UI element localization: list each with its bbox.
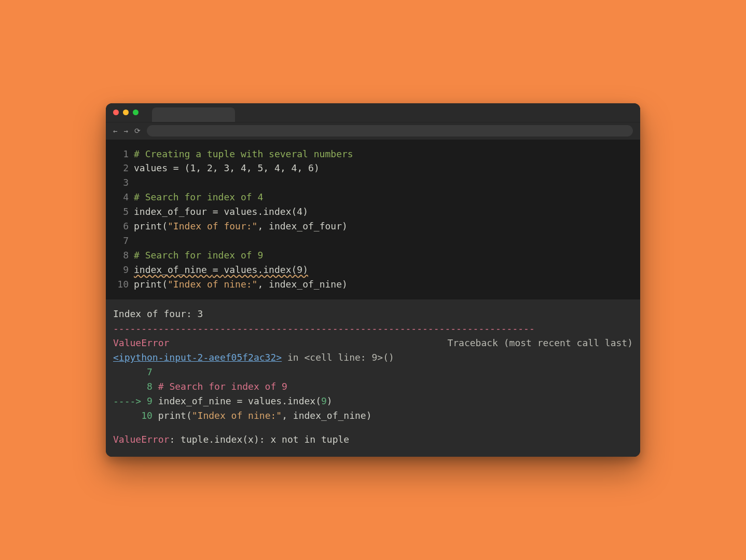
line-number: 7 [111,234,134,248]
code-content[interactable]: index_of_nine = values.index(9) [134,263,308,277]
code-line[interactable]: 7 [111,234,635,248]
traceback-line: 8 # Search for index of 9 [113,379,633,394]
code-content[interactable]: print("Index of nine:", index_of_nine) [134,277,348,292]
traceback-line: ----> 9 index_of_nine = values.index(9) [113,394,633,408]
code-content[interactable]: print("Index of four:", index_of_four) [134,219,348,234]
traceback-label: Traceback (most recent call last) [447,336,633,350]
traceback-source: <ipython-input-2-aeef05f2ac32> in <cell … [113,350,633,365]
code-line[interactable]: 10print("Index of nine:", index_of_nine) [111,277,635,292]
code-content[interactable]: # Search for index of 9 [134,248,263,263]
code-line[interactable]: 6print("Index of four:", index_of_four) [111,219,635,234]
line-number: 10 [111,277,134,292]
code-line[interactable]: 8# Search for index of 9 [111,248,635,263]
forward-icon[interactable]: → [123,127,128,134]
line-number: 3 [111,175,134,190]
maximize-icon[interactable] [133,110,139,115]
error-name: ValueError [113,434,169,445]
code-line[interactable]: 2values = (1, 2, 3, 4, 5, 4, 4, 6) [111,161,635,175]
code-content[interactable]: values = (1, 2, 3, 4, 5, 4, 4, 6) [134,161,320,175]
error-summary: ValueError: tuple.index(x): x not in tup… [113,432,633,447]
output-line: Index of four: 3 [113,307,633,321]
code-line[interactable]: 9index_of_nine = values.index(9) [111,263,635,277]
reload-icon[interactable]: ⟳ [134,127,141,134]
error-divider: ----------------------------------------… [113,323,535,334]
code-content[interactable]: index_of_four = values.index(4) [134,204,308,219]
url-input[interactable] [147,125,633,136]
code-line[interactable]: 5index_of_four = values.index(4) [111,204,635,219]
minimize-icon[interactable] [123,110,129,115]
back-icon[interactable]: ← [113,127,117,134]
browser-window: ← → ⟳ 1# Creating a tuple with several n… [106,103,640,457]
code-content[interactable]: # Creating a tuple with several numbers [134,147,353,161]
code-editor[interactable]: 1# Creating a tuple with several numbers… [106,140,640,300]
line-number: 4 [111,190,134,204]
browser-tab[interactable] [152,107,235,122]
line-number: 6 [111,219,134,234]
line-number: 1 [111,147,134,161]
line-number: 5 [111,204,134,219]
code-content[interactable]: # Search for index of 4 [134,190,263,204]
titlebar [106,103,640,122]
line-number: 8 [111,248,134,263]
stdout-text: Index of four: 3 [113,308,203,319]
output-line: ----------------------------------------… [113,321,633,336]
source-link[interactable]: <ipython-input-2-aeef05f2ac32> [113,352,282,363]
code-line[interactable]: 4# Search for index of 4 [111,190,635,204]
toolbar: ← → ⟳ [106,122,640,140]
line-number: 2 [111,161,134,175]
line-number: 9 [111,263,134,277]
traceback-line: 7 [113,365,633,379]
code-line[interactable]: 1# Creating a tuple with several numbers [111,147,635,161]
error-message: : tuple.index(x): x not in tuple [169,434,349,445]
traceback-line: 10 print("Index of nine:", index_of_nine… [113,408,633,423]
error-name: ValueError [113,336,169,350]
close-icon[interactable] [113,110,119,115]
code-line[interactable]: 3 [111,175,635,190]
error-header: ValueErrorTraceback (most recent call la… [113,336,633,350]
output-pane: Index of four: 3------------------------… [106,299,640,457]
